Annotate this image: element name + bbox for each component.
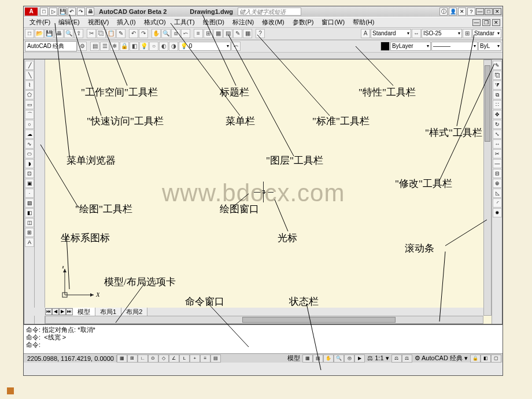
tab-layout2[interactable]: 布局2 bbox=[121, 308, 147, 316]
print-icon[interactable]: 🖶 bbox=[54, 29, 64, 38]
zoom-win-icon[interactable]: ⧈ bbox=[171, 29, 180, 38]
menu-window[interactable]: 窗口(W) bbox=[318, 18, 348, 27]
match-icon[interactable]: ✎ bbox=[116, 29, 125, 38]
menu-format[interactable]: 格式(O) bbox=[141, 18, 169, 27]
status-workspace[interactable]: ⚙ AutoCAD 经典 ▾ bbox=[412, 354, 470, 363]
paste-icon[interactable]: 📋 bbox=[106, 29, 116, 38]
spline-icon[interactable]: ∿ bbox=[25, 139, 34, 149]
quickview-icon[interactable]: ▦ bbox=[302, 354, 313, 363]
new-file-icon[interactable]: □ bbox=[25, 29, 34, 38]
minimize-button[interactable]: — bbox=[476, 8, 484, 15]
make-block-icon[interactable]: ▣ bbox=[25, 179, 34, 188]
rotate-icon[interactable]: ↻ bbox=[493, 120, 502, 129]
menu-draw[interactable]: 绘图(D) bbox=[200, 18, 228, 27]
lwt-icon[interactable]: ≡ bbox=[200, 354, 210, 363]
ellipse-arc-icon[interactable]: ◗ bbox=[25, 159, 34, 168]
help-icon[interactable]: ? bbox=[467, 8, 475, 16]
save-icon[interactable]: 💾 bbox=[58, 8, 66, 16]
menu-view[interactable]: 视图(V) bbox=[84, 18, 113, 27]
snap-mode-icon[interactable]: ▦ bbox=[117, 354, 127, 363]
layer-uniso-icon[interactable]: ◑ bbox=[169, 42, 178, 51]
stretch-icon[interactable]: ↔ bbox=[493, 139, 502, 149]
dcenter-icon[interactable]: ⊞ bbox=[204, 29, 213, 38]
text-style-icon[interactable]: A bbox=[361, 29, 370, 38]
quickview2-icon[interactable]: ▤ bbox=[313, 354, 323, 363]
ws-settings-icon[interactable]: ⚙ bbox=[77, 42, 87, 51]
layer-iso-icon[interactable]: ◐ bbox=[159, 42, 168, 51]
pline-icon[interactable]: ⌇ bbox=[25, 80, 34, 90]
table-icon[interactable]: ⊞ bbox=[25, 228, 34, 237]
horizontal-scrollbar[interactable] bbox=[45, 316, 483, 324]
ducs-icon[interactable]: L bbox=[179, 354, 190, 363]
hardware-icon[interactable]: ◧ bbox=[481, 354, 491, 363]
break-icon[interactable]: ⊟ bbox=[493, 169, 502, 178]
new-icon[interactable]: □ bbox=[40, 8, 48, 16]
qp-icon[interactable]: ▤ bbox=[210, 354, 221, 363]
wheel-icon[interactable]: ◎ bbox=[344, 354, 354, 363]
menu-insert[interactable]: 插入(I) bbox=[113, 18, 139, 27]
status-model[interactable]: 模型 bbox=[285, 354, 302, 363]
undo-icon[interactable]: ↶ bbox=[129, 29, 138, 38]
calc-icon[interactable]: ▦ bbox=[243, 29, 252, 38]
toolbar-lock-icon[interactable]: 🔒 bbox=[470, 354, 481, 363]
osnap-icon[interactable]: ◇ bbox=[158, 354, 169, 363]
clean-screen-icon[interactable]: ▢ bbox=[491, 354, 501, 363]
tab-prev-icon[interactable]: ◀ bbox=[52, 308, 59, 315]
tab-first-icon[interactable]: ⏮ bbox=[45, 308, 52, 315]
region-icon[interactable]: ◫ bbox=[25, 218, 34, 227]
anno-vis-icon[interactable]: ⚖ bbox=[391, 354, 402, 363]
rectangle-icon[interactable]: ▭ bbox=[25, 100, 34, 109]
move-icon[interactable]: ✥ bbox=[493, 110, 502, 119]
properties-icon[interactable]: ≡ bbox=[194, 29, 203, 38]
redo-icon[interactable]: ↷ bbox=[77, 8, 85, 16]
app-logo-icon[interactable]: A bbox=[25, 8, 38, 16]
sheet-set-icon[interactable]: ▤ bbox=[223, 29, 232, 38]
otrack-icon[interactable]: ∠ bbox=[169, 354, 179, 363]
text-style-dropdown[interactable]: Standard bbox=[371, 29, 411, 38]
anno-auto-icon[interactable]: ⚖ bbox=[402, 354, 412, 363]
doc-restore-button[interactable]: ❐ bbox=[482, 19, 490, 26]
erase-icon[interactable]: ✎ bbox=[493, 61, 502, 70]
xline-icon[interactable]: ╲ bbox=[25, 71, 34, 80]
close-button[interactable]: ✕ bbox=[493, 8, 501, 15]
command-window[interactable]: 命令: 指定对角点: *取消* 命令: <线宽 > 命令: bbox=[24, 324, 503, 353]
workspace-dropdown[interactable]: AutoCAD 经典 bbox=[25, 41, 77, 51]
sign-in-icon[interactable]: 👤 bbox=[449, 8, 457, 16]
exchange-icon[interactable]: ✕ bbox=[458, 8, 466, 16]
color-swatch-icon[interactable] bbox=[380, 42, 390, 51]
table-style-icon[interactable]: ⊞ bbox=[463, 29, 472, 38]
fillet-icon[interactable]: ◜ bbox=[493, 198, 502, 208]
zoom-rt-icon[interactable]: 🔍 bbox=[161, 29, 171, 38]
linetype-dropdown[interactable]: ——— bbox=[431, 42, 478, 51]
menu-tools[interactable]: 工具(T) bbox=[171, 18, 198, 27]
markup-icon[interactable]: ✎ bbox=[233, 29, 242, 38]
scroll-thumb[interactable] bbox=[485, 65, 490, 142]
tab-model[interactable]: 模型 bbox=[73, 308, 95, 316]
copy-obj-icon[interactable]: ⿻ bbox=[493, 71, 502, 80]
scroll-thumb[interactable] bbox=[242, 317, 396, 323]
dim-style-icon[interactable]: ↔ bbox=[412, 29, 421, 38]
point-icon[interactable]: · bbox=[25, 189, 34, 198]
menu-help[interactable]: 帮助(H) bbox=[349, 18, 378, 27]
join-icon[interactable]: ⊕ bbox=[493, 179, 502, 188]
offset-icon[interactable]: ⧉ bbox=[493, 90, 502, 99]
tab-next-icon[interactable]: ▶ bbox=[59, 308, 66, 315]
redo-icon[interactable]: ↷ bbox=[139, 29, 148, 38]
layer-states-icon[interactable]: ☰ bbox=[100, 42, 109, 51]
cut-icon[interactable]: ✂ bbox=[87, 29, 96, 38]
mtext-icon[interactable]: A bbox=[25, 238, 34, 247]
polar-icon[interactable]: ⊙ bbox=[148, 354, 158, 363]
layer-on-icon[interactable]: 💡 bbox=[139, 42, 149, 51]
nav-zoom-icon[interactable]: 🔍 bbox=[334, 354, 344, 363]
circle-icon[interactable]: ○ bbox=[25, 120, 34, 129]
polygon-icon[interactable]: ⬠ bbox=[25, 90, 34, 99]
vertical-scrollbar[interactable] bbox=[483, 60, 492, 316]
ellipse-icon[interactable]: ⬭ bbox=[25, 149, 34, 158]
extend-icon[interactable]: — bbox=[493, 159, 502, 168]
menu-file[interactable]: 文件(F) bbox=[26, 18, 54, 27]
showmotion-icon[interactable]: ▶ bbox=[354, 354, 365, 363]
tab-last-icon[interactable]: ⏭ bbox=[66, 308, 73, 315]
layer-off-icon[interactable]: ○ bbox=[149, 42, 158, 51]
maximize-button[interactable]: □ bbox=[485, 8, 493, 15]
ortho-icon[interactable]: ∟ bbox=[138, 354, 148, 363]
